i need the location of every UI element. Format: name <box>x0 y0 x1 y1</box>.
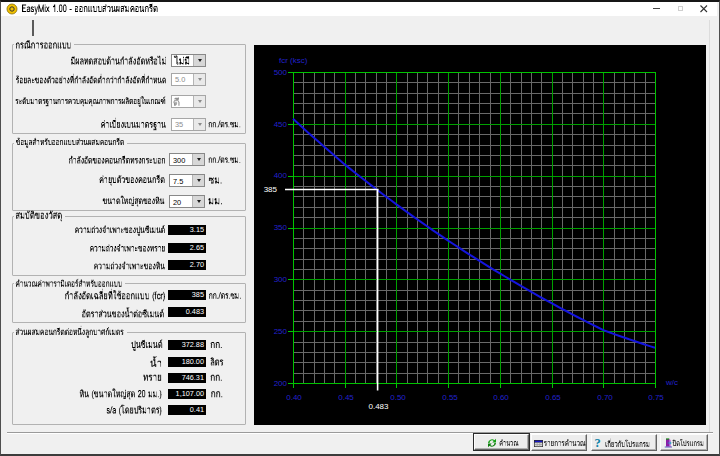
svg-text:0.45: 0.45 <box>338 393 354 402</box>
svg-text:200: 200 <box>274 379 288 388</box>
svg-text:w/c: w/c <box>665 378 678 387</box>
svg-text:0.483: 0.483 <box>368 402 389 411</box>
svg-text:400: 400 <box>274 171 288 180</box>
svg-text:fcr (ksc): fcr (ksc) <box>279 56 308 65</box>
svg-text:0.60: 0.60 <box>493 393 509 402</box>
svg-text:0.70: 0.70 <box>597 393 613 402</box>
svg-text:350: 350 <box>274 223 288 232</box>
svg-text:0.65: 0.65 <box>545 393 561 402</box>
svg-text:250: 250 <box>274 327 288 336</box>
svg-text:0.50: 0.50 <box>390 393 406 402</box>
svg-text:500: 500 <box>274 68 288 77</box>
svg-text:300: 300 <box>274 275 288 284</box>
svg-text:0.55: 0.55 <box>442 393 458 402</box>
svg-text:385: 385 <box>264 185 278 194</box>
svg-text:0.40: 0.40 <box>286 393 302 402</box>
svg-text:450: 450 <box>274 120 288 129</box>
svg-text:0.75: 0.75 <box>648 393 664 402</box>
